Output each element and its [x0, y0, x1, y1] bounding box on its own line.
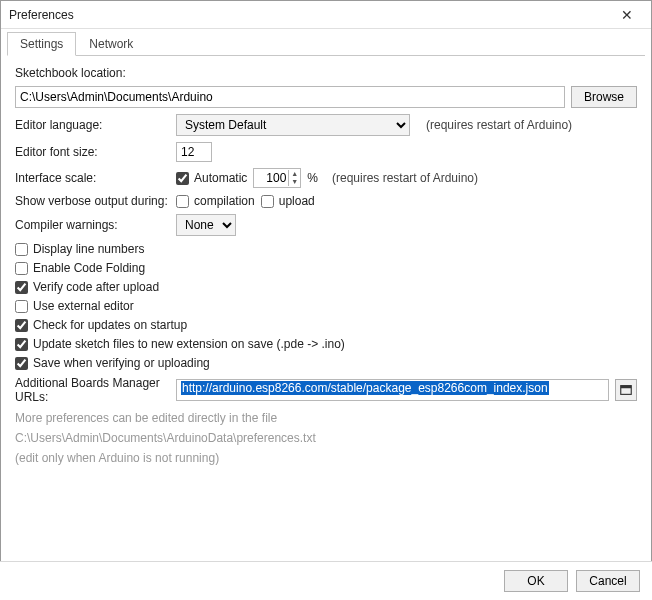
verify-after-upload-checkbox[interactable] [15, 281, 28, 294]
verify-after-upload-label: Verify code after upload [33, 280, 159, 294]
external-editor-checkbox[interactable] [15, 300, 28, 313]
tab-settings[interactable]: Settings [7, 32, 76, 56]
chevron-down-icon[interactable]: ▼ [289, 178, 300, 186]
upload-checkbox[interactable] [261, 195, 274, 208]
edit-only-text: (edit only when Arduino is not running) [15, 450, 637, 466]
interface-scale-label: Interface scale: [15, 171, 170, 185]
window-icon [619, 383, 633, 397]
display-line-numbers-label: Display line numbers [33, 242, 144, 256]
scale-input[interactable] [254, 169, 288, 187]
upload-label: upload [279, 194, 315, 208]
compiler-warnings-select[interactable]: None [176, 214, 236, 236]
options-checklist: Display line numbers Enable Code Folding… [15, 242, 637, 370]
additional-urls-value: http://arduino.esp8266.com/stable/packag… [181, 381, 549, 395]
external-editor-label: Use external editor [33, 299, 134, 313]
svg-rect-1 [621, 386, 632, 389]
ok-button[interactable]: OK [504, 570, 568, 592]
update-ext-label: Update sketch files to new extension on … [33, 337, 345, 351]
restart-hint-2: (requires restart of Arduino) [332, 171, 478, 185]
compilation-label: compilation [194, 194, 255, 208]
automatic-label: Automatic [194, 171, 247, 185]
font-size-input[interactable] [176, 142, 212, 162]
check-updates-checkbox[interactable] [15, 319, 28, 332]
chevron-up-icon[interactable]: ▲ [289, 170, 300, 178]
update-ext-checkbox[interactable] [15, 338, 28, 351]
editor-language-select[interactable]: System Default [176, 114, 410, 136]
automatic-checkbox[interactable] [176, 172, 189, 185]
scale-spinner[interactable]: ▲ ▼ [253, 168, 301, 188]
code-folding-checkbox[interactable] [15, 262, 28, 275]
restart-hint-1: (requires restart of Arduino) [426, 118, 572, 132]
display-line-numbers-checkbox[interactable] [15, 243, 28, 256]
percent-label: % [307, 171, 318, 185]
sketchbook-label: Sketchbook location: [15, 66, 126, 80]
compiler-warnings-label: Compiler warnings: [15, 218, 170, 232]
prefs-path-text: C:\Users\Admin\Documents\ArduinoData\pre… [15, 430, 637, 446]
more-prefs-text: More preferences can be edited directly … [15, 410, 637, 426]
verbose-label: Show verbose output during: [15, 194, 170, 208]
editor-language-label: Editor language: [15, 118, 170, 132]
save-on-verify-label: Save when verifying or uploading [33, 356, 210, 370]
compilation-checkbox[interactable] [176, 195, 189, 208]
font-size-label: Editor font size: [15, 145, 170, 159]
additional-urls-input[interactable]: http://arduino.esp8266.com/stable/packag… [176, 379, 609, 401]
save-on-verify-checkbox[interactable] [15, 357, 28, 370]
sketchbook-path-input[interactable] [15, 86, 565, 108]
browse-button[interactable]: Browse [571, 86, 637, 108]
cancel-button[interactable]: Cancel [576, 570, 640, 592]
close-icon: ✕ [621, 7, 633, 23]
tab-network[interactable]: Network [76, 32, 146, 56]
additional-urls-label: Additional Boards Manager URLs: [15, 376, 170, 404]
check-updates-label: Check for updates on startup [33, 318, 187, 332]
additional-urls-expand-button[interactable] [615, 379, 637, 401]
window-title: Preferences [9, 8, 74, 22]
close-button[interactable]: ✕ [609, 4, 645, 26]
code-folding-label: Enable Code Folding [33, 261, 145, 275]
